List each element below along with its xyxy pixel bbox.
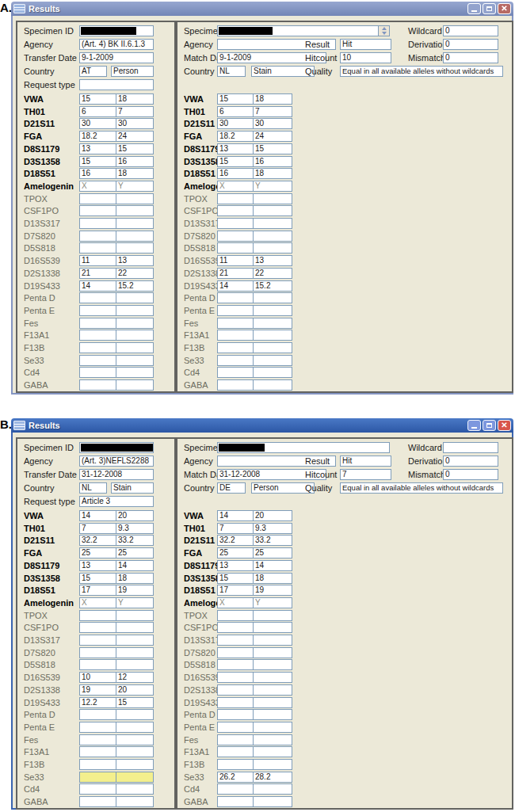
- specimen-id-field[interactable]: [217, 25, 390, 36]
- locus-allele-2[interactable]: Y: [116, 181, 154, 192]
- locus-allele-1[interactable]: 25: [79, 547, 116, 558]
- locus-allele-1[interactable]: 15: [217, 93, 254, 105]
- locus-allele-2[interactable]: 15: [116, 143, 154, 154]
- locus-allele-1[interactable]: 16: [217, 168, 254, 179]
- locus-allele-2[interactable]: [253, 205, 292, 216]
- locus-allele-1[interactable]: [217, 635, 254, 646]
- locus-allele-1[interactable]: 14: [217, 510, 254, 521]
- locus-allele-2[interactable]: [116, 647, 154, 658]
- locus-allele-2[interactable]: 28.2: [253, 772, 292, 783]
- locus-allele-1[interactable]: [79, 647, 116, 658]
- quality-dropdown[interactable]: Equal in all available alleles without w…: [340, 482, 503, 494]
- locus-allele-2[interactable]: [253, 709, 292, 720]
- locus-allele-2[interactable]: 19: [253, 585, 292, 596]
- locus-allele-2[interactable]: [253, 635, 292, 646]
- locus-allele-2[interactable]: [253, 330, 292, 341]
- locus-allele-2[interactable]: [116, 292, 154, 303]
- locus-allele-1[interactable]: 32.2: [79, 535, 116, 546]
- locus-allele-1[interactable]: 13: [79, 560, 116, 571]
- country-code-field[interactable]: DE: [217, 482, 246, 494]
- locus-allele-1[interactable]: 15: [79, 156, 116, 167]
- locus-allele-2[interactable]: 13: [116, 255, 154, 266]
- locus-allele-2[interactable]: 22: [116, 268, 154, 279]
- result-dropdown[interactable]: Hit: [340, 39, 391, 50]
- locus-allele-1[interactable]: [217, 722, 254, 733]
- locus-allele-1[interactable]: 21: [217, 268, 254, 279]
- mismatch-field[interactable]: 0: [443, 52, 498, 63]
- locus-allele-1[interactable]: [217, 684, 254, 696]
- locus-allele-2[interactable]: 24: [116, 131, 154, 142]
- locus-allele-2[interactable]: 7: [116, 106, 154, 117]
- locus-allele-1[interactable]: [79, 292, 116, 303]
- quality-dropdown[interactable]: Equal in all available alleles without w…: [340, 66, 503, 77]
- locus-allele-1[interactable]: 12.2: [79, 697, 116, 708]
- close-button[interactable]: ✕: [498, 420, 511, 431]
- locus-allele-1[interactable]: X: [79, 181, 116, 192]
- locus-allele-2[interactable]: [253, 318, 292, 329]
- locus-allele-2[interactable]: [116, 379, 154, 391]
- locus-allele-2[interactable]: [116, 355, 154, 366]
- locus-allele-2[interactable]: 12: [116, 672, 154, 683]
- locus-allele-2[interactable]: [253, 734, 292, 745]
- locus-allele-1[interactable]: [217, 610, 254, 621]
- locus-allele-1[interactable]: 6: [217, 106, 254, 117]
- locus-allele-1[interactable]: 18.2: [217, 131, 254, 142]
- locus-allele-2[interactable]: [116, 759, 154, 770]
- locus-allele-1[interactable]: [217, 342, 254, 353]
- locus-allele-1[interactable]: 30: [217, 118, 254, 129]
- agency-field[interactable]: (Art. 4) BK II.6.1.3: [79, 39, 154, 50]
- specimen-id-field[interactable]: [79, 442, 154, 453]
- wildcard-field[interactable]: 0: [443, 25, 498, 36]
- locus-allele-1[interactable]: 26.2: [217, 772, 254, 783]
- locus-allele-2[interactable]: [116, 783, 154, 795]
- specimen-id-field[interactable]: [217, 442, 390, 453]
- locus-allele-2[interactable]: [253, 367, 292, 378]
- locus-allele-2[interactable]: 30: [253, 118, 292, 129]
- specimen-id-spinner[interactable]: [378, 26, 389, 36]
- locus-allele-1[interactable]: [79, 318, 116, 329]
- locus-allele-1[interactable]: 25: [217, 547, 254, 558]
- locus-allele-1[interactable]: [79, 231, 116, 242]
- locus-allele-1[interactable]: 30: [79, 118, 116, 129]
- locus-allele-2[interactable]: [253, 759, 292, 770]
- locus-allele-2[interactable]: [116, 772, 154, 783]
- locus-allele-2[interactable]: [253, 697, 292, 708]
- locus-allele-2[interactable]: 33.2: [253, 535, 292, 546]
- locus-allele-1[interactable]: [217, 647, 254, 658]
- window-icon[interactable]: [13, 4, 25, 13]
- locus-allele-2[interactable]: 25: [116, 547, 154, 558]
- locus-allele-2[interactable]: 24: [253, 131, 292, 142]
- locus-allele-1[interactable]: [217, 218, 254, 229]
- locus-allele-1[interactable]: [217, 672, 254, 683]
- locus-allele-2[interactable]: [116, 342, 154, 353]
- agency-field[interactable]: (Art. 3)NEFLS2288: [79, 456, 154, 467]
- locus-allele-2[interactable]: [116, 193, 154, 204]
- specimen-id-field[interactable]: [79, 25, 154, 36]
- country-code-field[interactable]: AT: [79, 66, 107, 77]
- locus-allele-2[interactable]: [116, 218, 154, 229]
- transfer-date-field[interactable]: 31-12-2008: [79, 469, 154, 480]
- locus-allele-2[interactable]: 30: [116, 118, 154, 129]
- locus-allele-1[interactable]: 32.2: [217, 535, 254, 546]
- locus-allele-1[interactable]: [79, 367, 116, 378]
- locus-allele-2[interactable]: Y: [253, 181, 292, 192]
- locus-allele-1[interactable]: 13: [217, 560, 254, 571]
- locus-allele-2[interactable]: 25: [253, 547, 292, 558]
- locus-allele-1[interactable]: [79, 242, 116, 254]
- locus-allele-1[interactable]: [217, 367, 254, 378]
- locus-allele-1[interactable]: 19: [79, 684, 116, 696]
- locus-allele-2[interactable]: [253, 783, 292, 795]
- window-icon[interactable]: [13, 421, 25, 430]
- locus-allele-1[interactable]: [217, 734, 254, 745]
- locus-allele-2[interactable]: [116, 231, 154, 242]
- locus-allele-1[interactable]: [79, 305, 116, 316]
- locus-allele-1[interactable]: [79, 783, 116, 795]
- locus-allele-1[interactable]: 16: [79, 168, 116, 179]
- maximize-button[interactable]: [483, 420, 496, 431]
- locus-allele-2[interactable]: 7: [253, 106, 292, 117]
- locus-allele-2[interactable]: [253, 722, 292, 733]
- locus-allele-1[interactable]: 11: [79, 255, 116, 266]
- locus-allele-1[interactable]: [217, 318, 254, 329]
- locus-allele-2[interactable]: 22: [253, 268, 292, 279]
- locus-allele-1[interactable]: 7: [217, 523, 254, 534]
